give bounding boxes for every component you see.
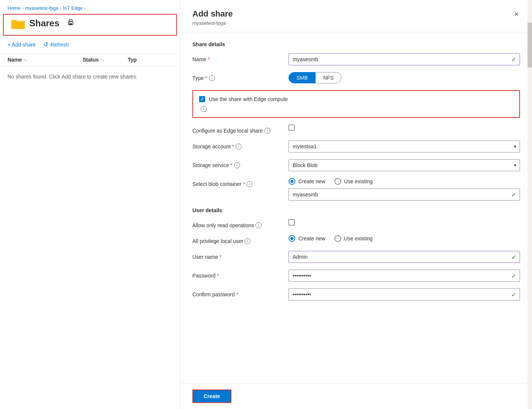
read-ops-info-icon[interactable]: i [255, 222, 261, 228]
nfs-toggle-button[interactable]: NFS [316, 72, 342, 83]
print-icon[interactable] [67, 19, 74, 28]
user-details-section: User details Allow only read operations … [192, 207, 520, 300]
blob-create-new-option[interactable]: Create new [289, 178, 325, 185]
scrollbar-thumb[interactable] [527, 23, 532, 68]
blob-use-existing-label: Use existing [344, 178, 373, 184]
storage-service-required: * [230, 162, 232, 168]
add-share-drawer: Add share myasetest-fpga × Share details… [180, 0, 532, 409]
blob-use-existing-option[interactable]: Use existing [334, 178, 373, 185]
name-check-icon: ✓ [511, 56, 516, 63]
edge-compute-checkbox[interactable]: ✓ [199, 96, 205, 102]
confirm-password-label: Confirm password * [192, 288, 283, 297]
local-share-row: Configure as Edge local share i [192, 125, 520, 134]
storage-account-required: * [232, 143, 234, 149]
storage-service-wrapper: Block Blob ▾ [289, 159, 520, 171]
blob-container-row: Select blob container * i Create new Use… [192, 178, 520, 201]
name-input[interactable] [289, 53, 520, 65]
table-header: Name ↑↓ Status ↑↓ Typ [0, 53, 180, 66]
confirm-password-row: Confirm password * ✓ [192, 288, 520, 300]
priv-user-info-icon[interactable]: i [245, 238, 251, 244]
name-input-wrapper: ✓ [289, 53, 520, 65]
priv-create-new-option[interactable]: Create new [289, 235, 325, 242]
blob-container-label: Select blob container * i [192, 178, 283, 187]
refresh-button[interactable]: ↺ Refresh [43, 41, 69, 48]
blob-create-new-radio-inner [290, 180, 293, 183]
password-check-icon: ✓ [511, 272, 516, 279]
edge-compute-info-icon[interactable]: i [201, 106, 207, 112]
storage-account-label: Storage account * i [192, 140, 283, 149]
user-details-section-title: User details [192, 207, 520, 213]
drawer-subtitle: myasetest-fpga [192, 20, 233, 26]
col-name-header: Name ↑↓ [8, 57, 83, 63]
blob-use-existing-radio[interactable] [334, 178, 341, 185]
name-required: * [208, 56, 210, 62]
priv-user-row: All privilege local user i Create new [192, 235, 520, 244]
priv-use-existing-option[interactable]: Use existing [334, 235, 373, 242]
blob-radio-group: Create new Use existing [289, 178, 520, 185]
read-ops-row: Allow only read operations i [192, 219, 520, 228]
breadcrumb: Home › myasetest-fpga › IoT Edge › [0, 0, 180, 14]
blob-create-new-radio[interactable] [289, 178, 295, 185]
name-row: Name * ✓ [192, 53, 520, 65]
confirm-password-input[interactable] [289, 288, 520, 300]
edge-compute-row: ✓ Use the share with Edge compute [199, 96, 513, 102]
password-input-wrapper: ✓ [289, 270, 520, 282]
local-share-checkbox-wrapper [289, 125, 520, 131]
password-required: * [217, 273, 219, 279]
local-share-info-icon[interactable]: i [264, 128, 271, 134]
priv-create-new-label: Create new [298, 235, 325, 241]
username-input-wrapper: ✓ [289, 251, 520, 263]
col-status-header: Status ↑↓ [83, 57, 128, 63]
password-input[interactable] [289, 270, 520, 282]
left-panel: Home › myasetest-fpga › IoT Edge › Share… [0, 0, 180, 409]
username-label: User name * [192, 251, 283, 260]
sort-icon-name[interactable]: ↑↓ [23, 57, 27, 62]
local-share-checkbox[interactable] [289, 125, 295, 131]
blob-container-input[interactable] [289, 189, 520, 201]
breadcrumb-device[interactable]: myasetest-fpga [25, 5, 59, 11]
svg-point-5 [69, 22, 70, 23]
type-label: Type * i [192, 72, 283, 81]
storage-account-select[interactable]: mytestsa1 [289, 140, 520, 152]
priv-use-existing-radio[interactable] [334, 235, 341, 242]
smb-toggle-button[interactable]: SMB [289, 72, 316, 83]
blob-required: * [243, 181, 245, 187]
username-required: * [219, 254, 221, 260]
blob-info-icon[interactable]: i [246, 181, 252, 187]
username-check-icon: ✓ [511, 253, 516, 260]
read-ops-label: Allow only read operations i [192, 219, 283, 228]
password-label: Password * [192, 270, 283, 279]
type-info-icon[interactable]: i [209, 75, 215, 81]
storage-account-row: Storage account * i mytestsa1 ▾ [192, 140, 520, 152]
close-button[interactable]: × [513, 9, 520, 20]
drawer-footer: Create [180, 383, 532, 409]
storage-service-select[interactable]: Block Blob [289, 159, 520, 171]
drawer-title: Add share [192, 9, 233, 19]
folder-icon [11, 18, 25, 29]
blob-create-new-label: Create new [298, 178, 325, 184]
blob-container-check-icon: ✓ [511, 191, 516, 198]
storage-service-info-icon[interactable]: i [234, 162, 240, 168]
blob-container-wrapper: Create new Use existing ✓ [289, 178, 520, 201]
password-row: Password * ✓ [192, 270, 520, 282]
scrollbar-track[interactable] [527, 0, 532, 409]
username-row: User name * ✓ [192, 251, 520, 263]
type-required: * [205, 75, 207, 81]
confirm-password-check-icon: ✓ [511, 291, 516, 298]
priv-use-existing-label: Use existing [344, 235, 373, 241]
username-input[interactable] [289, 251, 520, 263]
read-ops-checkbox[interactable] [289, 219, 295, 225]
create-button[interactable]: Create [192, 389, 231, 403]
priv-user-radio-wrapper: Create new Use existing [289, 235, 520, 242]
storage-service-label: Storage service * i [192, 159, 283, 168]
breadcrumb-home[interactable]: Home [8, 5, 21, 11]
drawer-header: Add share myasetest-fpga × [180, 0, 532, 32]
sort-icon-status[interactable]: ↑↓ [100, 57, 104, 62]
drawer-body: Share details Name * ✓ Type * i [180, 32, 532, 383]
storage-account-info-icon[interactable]: i [236, 143, 242, 149]
edge-compute-label: Use the share with Edge compute [209, 96, 288, 102]
add-share-button[interactable]: + Add share [8, 42, 36, 48]
breadcrumb-section[interactable]: IoT Edge [63, 5, 83, 11]
priv-create-new-radio[interactable] [289, 235, 295, 242]
refresh-icon: ↺ [43, 41, 48, 48]
